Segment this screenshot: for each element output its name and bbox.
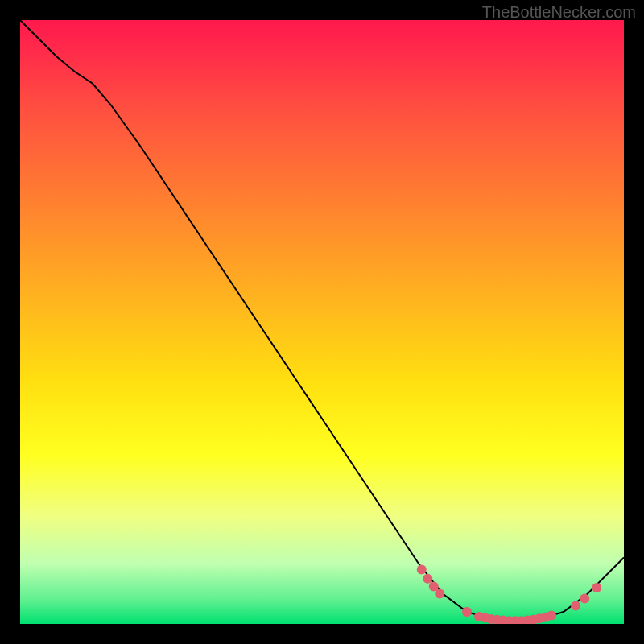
marker-dot — [417, 565, 427, 575]
chart-background — [20, 20, 624, 624]
watermark-text: TheBottleNecker.com — [482, 3, 636, 22]
marker-dot — [435, 589, 444, 599]
marker-dot — [462, 607, 472, 617]
marker-dot — [547, 611, 556, 621]
marker-dot — [580, 594, 589, 604]
bottleneck-chart — [20, 20, 624, 624]
marker-dot — [571, 601, 580, 611]
marker-dot — [423, 574, 432, 584]
chart-plot-area — [20, 20, 624, 624]
marker-dot — [592, 583, 601, 592]
